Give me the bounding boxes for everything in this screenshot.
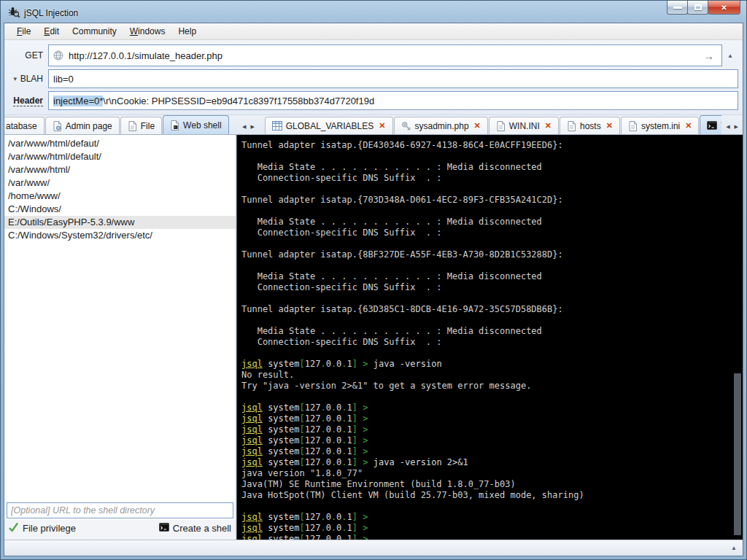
tab-label: atabase bbox=[6, 121, 37, 131]
blah-method-label[interactable]: ▼BLAH bbox=[6, 74, 48, 84]
tab-close-icon[interactable]: ✕ bbox=[474, 121, 481, 131]
terminal-line: Java HotSpot(TM) Client VM (build 25.77-… bbox=[241, 490, 732, 501]
header-input[interactable]: injectMe=0*\r\nCookie: PHPSESSID=eb9d471… bbox=[48, 91, 738, 110]
terminal-icon bbox=[159, 523, 169, 534]
terminal-line: Media State . . . . . . . . . . . : Medi… bbox=[241, 326, 732, 337]
terminal-line bbox=[241, 151, 732, 162]
result-tab-global-variables[interactable]: GLOBAL_VARIABLES✕ bbox=[265, 117, 393, 134]
header-toggle-label[interactable]: Header bbox=[6, 96, 48, 106]
menu-community[interactable]: Community bbox=[66, 24, 123, 39]
terminal-console[interactable]: Tunnel adapter isatap.{DE430346-6927-413… bbox=[237, 135, 732, 540]
manager-tab-arrows: ◀ ▶ bbox=[238, 124, 259, 134]
terminal-line bbox=[241, 392, 732, 402]
tab-close-icon[interactable]: ✕ bbox=[545, 121, 551, 131]
manager-tabs-prev-icon[interactable]: ◀ bbox=[242, 124, 246, 130]
terminal-line: jsql system[127.0.0.1] > bbox=[241, 424, 732, 435]
create-shell-button[interactable]: Create a shell bbox=[159, 523, 231, 534]
terminal-line bbox=[241, 206, 732, 217]
terminal-line: java version "1.8.0_77" bbox=[241, 468, 732, 479]
shell-path-item[interactable]: /var/www/html/ bbox=[4, 163, 236, 176]
url-field-wrapper: → bbox=[48, 44, 722, 66]
blah-input[interactable] bbox=[53, 70, 733, 88]
menu-file[interactable]: File bbox=[10, 24, 37, 39]
tab-web-shell[interactable]: Web shell bbox=[163, 115, 228, 134]
terminal-line: No result. bbox=[241, 370, 732, 381]
terminal-line: Connection-specific DNS Suffix . : bbox=[241, 173, 732, 184]
maximize-button[interactable] bbox=[687, 1, 708, 15]
terminal-line bbox=[241, 315, 732, 326]
result-tab-hosts[interactable]: hosts✕ bbox=[560, 117, 620, 134]
terminal-line: jsql system[127.0.0.1] > bbox=[241, 512, 732, 523]
shell-url-field-wrapper bbox=[7, 502, 233, 518]
result-tab-web-shell[interactable]: Web shell✕ bbox=[700, 115, 721, 134]
terminal-line bbox=[241, 238, 732, 249]
terminal-line: jsql system[127.0.0.1] > bbox=[241, 435, 732, 446]
console-expander-button[interactable]: ▲ bbox=[731, 545, 737, 551]
tab-close-icon[interactable]: ✕ bbox=[685, 121, 692, 131]
header-rest-text: \r\nCookie: PHPSESSID=eb9d471c8397f17558… bbox=[103, 96, 374, 106]
close-button[interactable]: ✕ bbox=[708, 1, 740, 15]
terminal-scrollbar-thumb[interactable] bbox=[734, 373, 741, 535]
result-tabs-prev-icon[interactable]: ◀ bbox=[726, 124, 729, 130]
admin-page-icon bbox=[53, 121, 62, 131]
shell-path-item[interactable]: /var/www/html/defaut/ bbox=[4, 137, 236, 150]
close-icon: ✕ bbox=[721, 4, 727, 12]
minimize-icon bbox=[673, 7, 682, 9]
tab-label: GLOBAL_VARIABLES bbox=[286, 121, 374, 131]
manager-tabs-next-icon[interactable]: ▶ bbox=[250, 124, 254, 130]
shell-path-item[interactable]: /var/www/html/default/ bbox=[4, 150, 236, 163]
window-body: FileEditCommunityWindowsHelp GET → ▲ ▼BL… bbox=[4, 23, 743, 556]
shell-path-item[interactable]: C:/Windows/ bbox=[4, 203, 236, 216]
doc-icon bbox=[567, 121, 576, 131]
app-window: jSQL Injection ✕ FileEditCommunityWindow… bbox=[0, 0, 747, 560]
terminal-line: Tunnel adapter isatap.{DE430346-6927-413… bbox=[241, 140, 732, 151]
main-content: /var/www/html/defaut//var/www/html/defau… bbox=[4, 135, 743, 540]
shell-path-item[interactable]: /var/www/ bbox=[4, 176, 236, 190]
terminal-line: Connection-specific DNS Suffix . : bbox=[241, 282, 732, 293]
terminal-line: jsql system[127.0.0.1] > bbox=[241, 523, 732, 534]
terminal-line: Connection-specific DNS Suffix . : bbox=[241, 228, 732, 238]
minimize-button[interactable] bbox=[667, 1, 688, 15]
send-request-arrow-icon[interactable]: → bbox=[700, 50, 717, 62]
tab-label: WIN.INI bbox=[509, 121, 540, 131]
result-tab-system-ini[interactable]: system.ini✕ bbox=[621, 117, 700, 134]
result-tabs-next-icon[interactable]: ▶ bbox=[735, 124, 738, 130]
shell-path-item[interactable]: /home/www/ bbox=[4, 190, 236, 203]
key-icon bbox=[401, 121, 411, 131]
shell-path-item[interactable]: C:/Windows/System32/drivers/etc/ bbox=[4, 229, 236, 242]
terminal-line bbox=[241, 184, 732, 195]
shell-path-list: /var/www/html/defaut//var/www/html/defau… bbox=[4, 135, 236, 501]
app-bug-icon bbox=[8, 6, 20, 20]
shell-url-input[interactable] bbox=[7, 503, 233, 518]
maximize-icon bbox=[694, 4, 702, 10]
tab-file[interactable]: File bbox=[120, 117, 162, 134]
get-method-label[interactable]: GET bbox=[6, 50, 48, 61]
terminal-line: jsql system[127.0.0.1] > bbox=[241, 446, 732, 457]
tab-atabase[interactable]: atabase bbox=[4, 117, 44, 134]
terminal-line: jsql system[127.0.0.1] > bbox=[241, 413, 732, 424]
collapse-panel-button[interactable]: ▲ bbox=[722, 52, 738, 59]
tab-strip: atabaseAdmin pageFileWeb shell ◀ ▶ GLOBA… bbox=[4, 115, 743, 135]
shell-path-item[interactable]: E:/Outils/EasyPHP-5.3.9/www bbox=[4, 216, 236, 229]
title-bar[interactable]: jSQL Injection ✕ bbox=[1, 1, 746, 23]
menu-windows[interactable]: Windows bbox=[123, 24, 172, 39]
result-tab-sysadmin-php[interactable]: sysadmin.php✕ bbox=[394, 117, 488, 134]
window-title: jSQL Injection bbox=[24, 8, 78, 18]
menu-edit[interactable]: Edit bbox=[37, 24, 66, 39]
manager-tabs: atabaseAdmin pageFileWeb shell bbox=[4, 115, 238, 134]
bottom-status-strip: ▲ bbox=[4, 540, 743, 556]
method-dropdown-icon: ▼ bbox=[12, 76, 18, 82]
chevron-up-icon: ▲ bbox=[727, 52, 733, 59]
tab-close-icon[interactable]: ✕ bbox=[379, 121, 385, 131]
terminal-scrollbar bbox=[732, 135, 743, 540]
menu-help[interactable]: Help bbox=[171, 24, 203, 39]
terminal-line: Media State . . . . . . . . . . . : Medi… bbox=[241, 162, 732, 173]
result-tab-win-ini[interactable]: WIN.INI✕ bbox=[489, 117, 559, 134]
terminal-line: Try "java -version 2>&1" to get a system… bbox=[241, 381, 732, 392]
url-input[interactable] bbox=[69, 45, 700, 66]
menu-bar: FileEditCommunityWindowsHelp bbox=[4, 23, 743, 40]
tab-close-icon[interactable]: ✕ bbox=[606, 121, 613, 131]
file-privilege-button[interactable]: File privilege bbox=[8, 522, 76, 534]
terminal-line: jsql system[127.0.0.1] > java -version bbox=[241, 359, 732, 370]
tab-admin-page[interactable]: Admin page bbox=[45, 117, 120, 134]
